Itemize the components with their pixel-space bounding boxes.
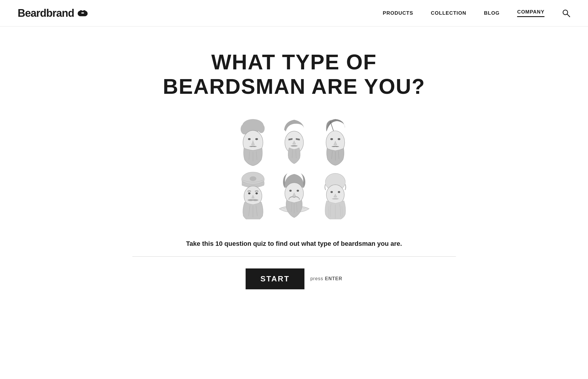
svg-line-18 — [330, 121, 334, 131]
svg-point-11 — [255, 138, 258, 140]
beard-face-4 — [234, 169, 272, 219]
svg-point-8 — [258, 124, 265, 133]
divider — [132, 256, 456, 257]
search-button[interactable] — [562, 9, 570, 17]
svg-rect-3 — [81, 12, 84, 14]
beard-face-5 — [275, 169, 313, 219]
svg-point-35 — [297, 190, 299, 192]
svg-point-10 — [248, 138, 251, 140]
search-icon — [562, 9, 570, 17]
page-title: WHAT TYPE OF BEARDSMAN ARE YOU? — [163, 50, 425, 99]
svg-point-20 — [330, 138, 333, 140]
beard-face-3 — [316, 116, 354, 166]
quiz-subtitle: Take this 10 question quiz to find out w… — [186, 240, 402, 248]
nav-collection[interactable]: COLLECTION — [431, 10, 467, 16]
svg-rect-2 — [83, 10, 86, 12]
logo-text: Beardbrand — [18, 7, 74, 19]
beard-face-1 — [234, 116, 272, 166]
main-nav: PRODUCTS COLLECTION BLOG COMPANY — [383, 9, 570, 17]
svg-point-41 — [330, 191, 333, 193]
start-button[interactable]: START — [246, 268, 304, 289]
logo[interactable]: Beardbrand — [18, 7, 88, 19]
press-enter-hint: press ENTER — [310, 276, 342, 281]
site-header: Beardbrand PRODUCTS COLLECTION BLOG COMP… — [0, 0, 588, 26]
svg-rect-1 — [80, 10, 82, 12]
nav-products[interactable]: PRODUCTS — [383, 10, 413, 16]
beard-faces-grid — [234, 116, 354, 219]
svg-point-26 — [249, 176, 256, 181]
svg-point-34 — [289, 190, 291, 192]
beard-face-6 — [316, 169, 354, 219]
main-content: WHAT TYPE OF BEARDSMAN ARE YOU? — [0, 26, 588, 307]
svg-line-5 — [567, 14, 570, 17]
logo-beard-icon — [77, 9, 88, 18]
svg-point-29 — [255, 192, 258, 194]
start-section: START press ENTER — [246, 268, 342, 307]
nav-blog[interactable]: BLOG — [484, 10, 499, 16]
svg-point-21 — [337, 138, 340, 140]
svg-point-28 — [248, 192, 250, 194]
nav-company[interactable]: COMPANY — [517, 9, 544, 17]
beard-face-2 — [275, 116, 313, 166]
svg-point-42 — [338, 191, 340, 193]
